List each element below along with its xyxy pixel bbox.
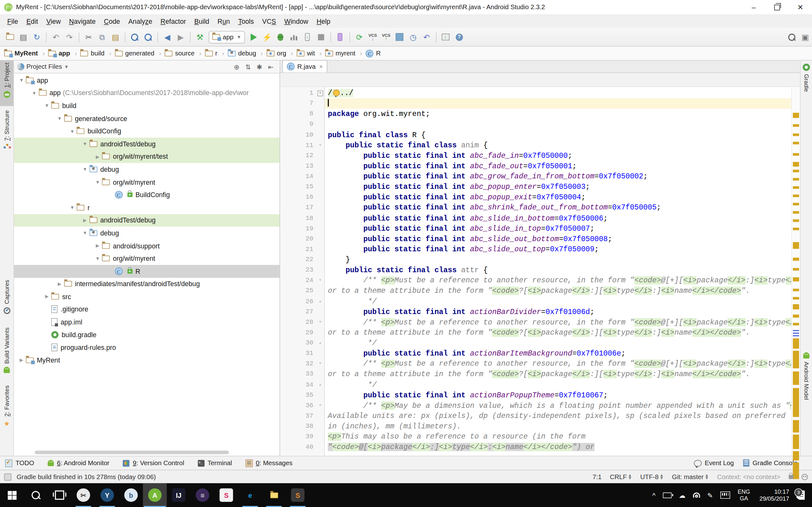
warning-mark[interactable] <box>793 330 799 331</box>
toolwindow-tab-2-favorites[interactable]: 2: Favorites★ <box>0 383 13 435</box>
taskbar-bluej[interactable]: b <box>119 483 143 507</box>
tree-row-r[interactable]: CR <box>14 265 280 278</box>
toolbar-run-button[interactable] <box>247 31 260 43</box>
hide-panel-icon[interactable]: ⇤ <box>265 63 276 70</box>
toolbar-undo-button[interactable]: ↶ <box>49 31 62 43</box>
warning-mark[interactable] <box>793 277 799 281</box>
status-widget-context-no-context-[interactable]: Context: <no context> <box>717 473 780 481</box>
tree-row-build[interactable]: ▼build <box>14 100 280 112</box>
language-indicator[interactable]: ENGGA <box>738 488 750 502</box>
tree-row-debug[interactable]: ▼debug <box>14 227 280 239</box>
breadcrumb-generated[interactable]: generated <box>115 50 154 57</box>
battery-icon[interactable] <box>663 492 671 498</box>
project-tree-horizontal-scrollbar[interactable] <box>35 451 229 454</box>
warning-mark[interactable] <box>793 170 799 172</box>
menu-build[interactable]: Build <box>190 16 213 27</box>
toolbar-sdk-manager-button[interactable] <box>439 31 452 43</box>
expand-open-icon[interactable]: ▼ <box>81 141 90 147</box>
breadcrumb-source[interactable]: source <box>165 50 194 57</box>
status-widget-crlf[interactable]: CRLF▲▼ <box>610 473 632 481</box>
breadcrumb-debug[interactable]: debug <box>228 50 256 57</box>
warning-mark[interactable] <box>793 194 799 197</box>
toolbar-cut-button[interactable]: ✂ <box>82 31 95 43</box>
taskbar-edge[interactable]: e <box>238 483 262 507</box>
toolwindow-tab-gradle[interactable]: Gradle <box>801 61 812 108</box>
toolbar-replace-button[interactable] <box>142 31 155 43</box>
menu-view[interactable]: View <box>42 16 65 27</box>
editor-code[interactable]: /../package org.wit.myrent;public final … <box>325 87 792 456</box>
warning-mark[interactable] <box>793 133 799 136</box>
fold-open-icon[interactable]: ▿ <box>316 317 324 327</box>
breadcrumb-myrent[interactable]: myrent <box>325 50 355 57</box>
warning-mark[interactable] <box>793 228 799 230</box>
menu-window[interactable]: Window <box>280 16 312 27</box>
toolwindow-button-event-log[interactable]: Event Log <box>694 459 734 467</box>
taskbar-start[interactable] <box>0 483 24 507</box>
close-icon[interactable]: × <box>319 63 322 70</box>
warning-mark[interactable] <box>793 124 799 127</box>
tree-row-org-wit-myrent[interactable]: ▼org/wit/myrent <box>14 252 280 265</box>
toolbar-vcs-commit-button[interactable]: VCS↑ <box>379 31 393 43</box>
toolbar-open-button[interactable] <box>3 31 16 43</box>
toolbar-back-button[interactable]: ◀ <box>160 31 174 43</box>
warning-mark[interactable] <box>793 315 799 318</box>
editor-gutter[interactable]: 1+7891011▿12131415161718192021222324▿252… <box>280 87 324 456</box>
fold-open-icon[interactable]: ▿ <box>316 359 324 369</box>
warning-mark[interactable] <box>793 242 799 249</box>
toolbar-synchronize-button[interactable]: ↻ <box>30 31 44 43</box>
expand-open-icon[interactable]: ▼ <box>17 78 26 83</box>
menu-tools[interactable]: Tools <box>234 16 258 27</box>
toolbar-help-button[interactable]: ? <box>453 31 466 43</box>
status-widget-7-1[interactable]: 7:1 <box>593 473 601 481</box>
pen-icon[interactable]: ✎ <box>707 491 713 499</box>
toolwindow-button-terminal[interactable]: Terminal <box>198 459 232 467</box>
fold-open-icon[interactable]: ▿ <box>316 400 324 411</box>
expand-open-icon[interactable]: ▼ <box>30 91 39 96</box>
tree-row-src[interactable]: ▶src <box>14 290 280 303</box>
expand-closed-icon[interactable]: ▶ <box>93 243 102 248</box>
toolbar-forward-button[interactable]: ▶ <box>174 31 188 43</box>
menu-refactor[interactable]: Refactor <box>156 16 190 27</box>
menu-file[interactable]: File <box>3 16 22 27</box>
tree-row-myrent[interactable]: ▶MyRent <box>14 354 280 367</box>
warning-mark[interactable] <box>793 388 799 417</box>
expand-closed-icon[interactable]: ▶ <box>43 294 51 299</box>
warning-mark[interactable] <box>793 211 799 214</box>
status-widget-git-master[interactable]: Git: master▲▼ <box>672 473 709 481</box>
project-view-selector[interactable]: Project Files <box>26 63 62 70</box>
taskbar-search[interactable] <box>24 483 48 507</box>
toolbar-make-project-button[interactable]: ⚒ <box>193 31 206 43</box>
warning-mark[interactable] <box>793 142 799 144</box>
settings-icon[interactable]: ✱ <box>254 63 265 70</box>
expand-open-icon[interactable]: ▼ <box>93 256 102 261</box>
expand-closed-icon[interactable]: ▶ <box>81 218 90 223</box>
wifi-icon[interactable] <box>693 493 700 498</box>
onedrive-cloud-icon[interactable]: ☁ <box>679 491 686 499</box>
warning-mark[interactable] <box>793 186 799 189</box>
breadcrumb-myrent[interactable]: MyRent <box>4 50 38 57</box>
toolwindow-button-0-messages[interactable]: 0: Messages <box>246 459 293 467</box>
warning-mark[interactable] <box>793 219 799 222</box>
expand-open-icon[interactable]: ▼ <box>43 103 51 108</box>
editor-error-stripe[interactable] <box>792 87 800 456</box>
tree-row-app[interactable]: ▼app(C:\Users\Siobhan\Documents\2017-201… <box>14 87 280 100</box>
toolbar-search-everywhere-button[interactable] <box>785 31 798 43</box>
tree-row-app[interactable]: ▼app <box>14 74 280 87</box>
highlighting-level-icon[interactable] <box>802 474 808 480</box>
tree-row--gitignore[interactable]: .gitignore <box>14 303 280 316</box>
toolwindow-button-6-android-monitor[interactable]: 6: Android Monitor <box>48 459 109 467</box>
breadcrumb-r[interactable]: r <box>205 50 217 57</box>
tree-row-proguard-rules-pro[interactable]: proguard-rules.pro <box>14 341 280 354</box>
fold-open-icon[interactable]: ▿ <box>316 140 324 151</box>
toolwindow-button-9-version-control[interactable]: 9: Version Control <box>123 459 184 467</box>
toolwindow-tab-7-structure[interactable]: 7: Structure <box>0 108 13 158</box>
write-access-lock-icon[interactable] <box>789 475 794 479</box>
locate-icon[interactable]: ⊕ <box>231 63 242 70</box>
tree-row-debug[interactable]: ▼debug <box>14 163 280 176</box>
warning-mark[interactable] <box>793 162 799 167</box>
tree-row-androidtest-debug[interactable]: ▶androidTest/debug <box>14 214 280 227</box>
minimize-button[interactable]: – <box>742 0 765 14</box>
toolbar-find-button[interactable] <box>128 31 141 43</box>
warning-mark[interactable] <box>793 338 799 349</box>
warning-mark[interactable] <box>793 451 799 460</box>
